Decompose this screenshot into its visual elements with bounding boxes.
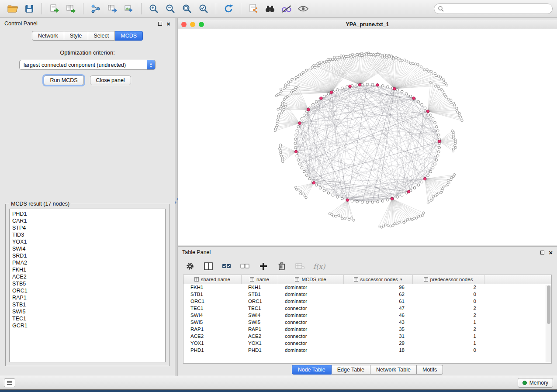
result-item[interactable]: PHD1 [12,210,163,217]
result-item[interactable]: GCR1 [12,322,163,329]
function-builder-button[interactable]: f(x) [313,262,325,271]
add-column-button[interactable] [258,261,269,272]
select-all-rows-button[interactable] [221,261,232,272]
deselect-all-rows-button[interactable] [240,261,250,272]
tab-edge-table[interactable]: Edge Table [332,365,370,375]
save-session-button[interactable] [21,2,38,16]
close-panel-button[interactable]: Close panel [90,76,131,85]
result-item[interactable]: STB5 [12,280,163,287]
table-row[interactable]: TEC1TEC1connector472 [183,305,551,312]
result-item[interactable]: SRD1 [12,252,163,259]
result-item[interactable]: STB1 [12,301,163,308]
result-item[interactable]: ORC1 [12,287,163,294]
cell-filler [484,347,551,354]
result-item[interactable]: SWI4 [12,245,163,252]
network-graph[interactable] [178,29,557,245]
table-row[interactable]: ACE2ACE2connector311 [183,333,551,340]
result-item[interactable]: TID3 [12,231,163,238]
network-from-table-button[interactable] [104,2,121,16]
zoom-out-icon [165,3,176,14]
column-header-shared-name[interactable]: shared name [183,275,241,284]
column-header-predecessor-nodes[interactable]: predecessor nodes [412,275,484,284]
table-row[interactable]: FKH1FKH1dominator962 [183,284,551,291]
table-row[interactable]: SWI5SWI5connector431 [183,319,551,326]
cell-role: dominator [278,312,343,319]
tab-network-table[interactable]: Network Table [370,365,417,375]
result-item[interactable]: RAP1 [12,294,163,301]
table-scrollbar[interactable] [546,285,551,362]
float-panel-icon[interactable] [158,22,162,26]
close-panel-icon[interactable]: × [549,251,553,254]
zoom-fit-button[interactable] [179,2,195,16]
import-table-from-file-button[interactable] [62,2,79,16]
table-row[interactable]: SWI4SWI4dominator462 [183,312,551,319]
cell-name: ACE2 [241,333,278,340]
result-item[interactable]: YOX1 [12,238,163,245]
cell-name: YOX1 [241,340,278,347]
table-row[interactable]: RAP1RAP1dominator352 [183,326,551,333]
open-session-button[interactable] [4,2,21,16]
tab-network[interactable]: Network [32,31,64,41]
column-header-name[interactable]: name [241,275,278,284]
control-panel-title: Control Panel [4,21,38,27]
global-search-field[interactable] [434,3,553,14]
cell-name: PHD1 [241,347,278,354]
network-view[interactable] [178,29,557,245]
control-panel: Control Panel × Network Style Select MCD… [0,18,175,376]
zoom-in-button[interactable] [145,2,162,16]
tab-select[interactable]: Select [88,31,115,41]
run-mcds-button[interactable]: Run MCDS [44,76,83,85]
delete-column-button[interactable] [277,261,287,272]
cell-name: SWI4 [241,312,278,319]
tab-motifs[interactable]: Motifs [417,365,443,375]
mcds-result-list[interactable]: PHD1CAR1STP4TID3YOX1SWI4SRD1PMA2FKH1ACE2… [9,209,166,362]
cell-filler [484,298,551,305]
eye-icon [298,4,309,14]
table-settings-button[interactable] [185,261,195,272]
refresh-view-button[interactable] [220,2,237,16]
result-item[interactable]: FKH1 [12,266,163,273]
export-network-button[interactable] [245,2,262,16]
table-row[interactable]: PHD1PHD1dominator180 [183,347,551,354]
result-item[interactable]: TEC1 [12,315,163,322]
column-header-successor-nodes[interactable]: successor nodes▾ [343,275,412,284]
column-header-mcds-role[interactable]: MCDS role [278,275,343,284]
table-row[interactable]: ORC1ORC1dominator610 [183,298,551,305]
result-item[interactable]: SWI5 [12,308,163,315]
result-item[interactable]: STP4 [12,224,163,231]
result-item[interactable]: ACE2 [12,273,163,280]
table-row[interactable]: YOX1YOX1connector291 [183,340,551,347]
chevron-down-icon[interactable]: ▾ [400,277,402,282]
list-icon [7,381,13,385]
new-network-button[interactable] [87,2,104,16]
scrollbar-thumb[interactable] [547,285,550,324]
control-panel-header: Control Panel × [0,18,175,29]
zoom-selected-button[interactable] [195,2,212,16]
search-network-button[interactable] [262,2,278,16]
cell-shared_name: RAP1 [183,326,241,333]
float-panel-icon[interactable] [540,251,544,254]
tab-mcds[interactable]: MCDS [115,31,143,41]
result-item[interactable]: PMA2 [12,259,163,266]
hide-selected-button[interactable] [278,2,295,16]
panel-splitter[interactable] [175,18,178,376]
close-panel-icon[interactable]: × [166,22,170,26]
result-item[interactable]: CAR1 [12,217,163,224]
memory-button[interactable]: Memory [518,378,553,388]
table-toolbar: f(x) [178,258,557,275]
export-image-button[interactable] [121,2,137,16]
network-window-titlebar[interactable]: YPA_prune.txt_1 [178,20,557,29]
show-columns-button[interactable] [203,261,214,272]
optimization-criterion-select[interactable]: largest connected component (undirected)… [19,60,156,70]
search-input[interactable] [446,6,549,12]
show-all-button[interactable] [295,2,311,16]
task-history-button[interactable] [4,378,15,387]
zoom-out-button[interactable] [162,2,179,16]
import-network-from-file-button[interactable] [46,2,62,16]
tab-style[interactable]: Style [64,31,88,41]
delete-table-button[interactable] [295,261,305,272]
splitter-grip-icon[interactable] [175,196,177,206]
cell-role: dominator [278,326,343,333]
table-row[interactable]: STB1STB1dominator620 [183,291,551,298]
tab-node-table[interactable]: Node Table [292,365,332,375]
